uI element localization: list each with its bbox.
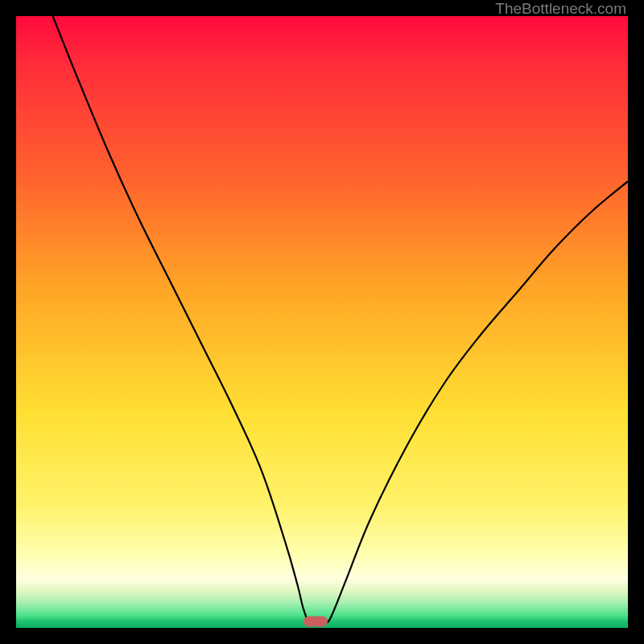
bottleneck-curve	[16, 16, 628, 628]
curve-path	[53, 16, 628, 623]
optimal-point-marker	[303, 617, 328, 627]
outer-frame: TheBottleneck.com	[0, 0, 644, 644]
watermark-text: TheBottleneck.com	[495, 0, 626, 18]
chart-area	[16, 16, 628, 628]
